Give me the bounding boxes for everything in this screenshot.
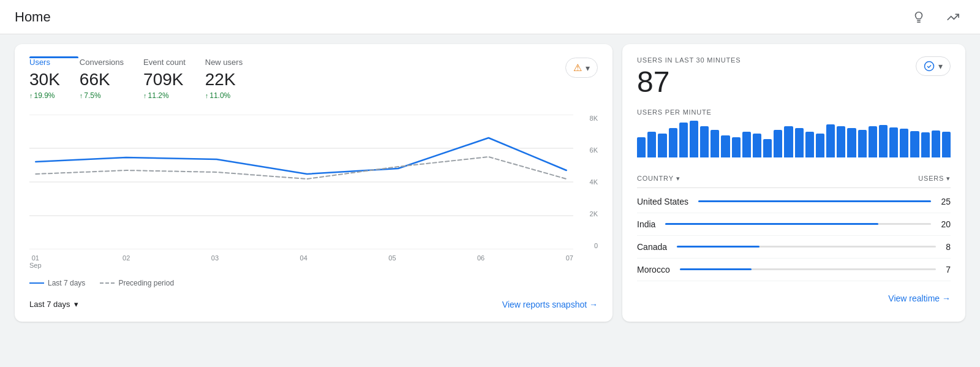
bar-8 xyxy=(721,135,729,157)
metric-new-users-label: New users xyxy=(205,58,243,67)
metric-users[interactable]: Users 30K 19.9% xyxy=(29,58,60,100)
y-label-6k: 6K xyxy=(576,146,598,154)
x-label-05: 05 xyxy=(388,254,396,269)
main-content: Users 30K 19.9% Conversions 66K 7.5% Eve… xyxy=(0,34,980,331)
chart-x-axis: 01 Sep 02 03 04 05 06 07 xyxy=(29,254,598,269)
x-label-03: 03 xyxy=(211,254,219,269)
country-bar-wrap-1 xyxy=(665,223,931,225)
bar-22 xyxy=(869,126,877,157)
bar-12 xyxy=(763,139,772,157)
trending-button[interactable] xyxy=(941,5,965,29)
view-reports-link[interactable]: View reports snapshot → xyxy=(502,300,598,309)
table-row: India 20 xyxy=(637,213,951,236)
lightbulb-icon xyxy=(912,10,925,24)
period-label: Last 7 days xyxy=(29,300,70,309)
checkmark-icon xyxy=(924,61,935,72)
bar-25 xyxy=(900,129,908,157)
users-column-header[interactable]: USERS ▾ xyxy=(918,175,951,183)
metric-event-label: Event count xyxy=(143,58,186,67)
x-label-02: 02 xyxy=(123,254,130,269)
y-label-8k: 8K xyxy=(576,115,598,122)
country-users-val-1: 20 xyxy=(941,219,951,229)
metric-event-change: 11.2% xyxy=(143,91,186,100)
lightbulb-button[interactable] xyxy=(907,5,931,29)
metric-event-value: 709K xyxy=(143,69,186,90)
country-name-0: United States xyxy=(637,197,688,206)
bar-13 xyxy=(774,130,782,157)
bar-15 xyxy=(795,128,804,157)
country-name-2: Canada xyxy=(637,242,667,252)
check-button[interactable]: ▾ xyxy=(916,56,951,76)
legend-dashed: Preceding period xyxy=(100,279,174,287)
users-30-count: 87 xyxy=(637,66,741,99)
metrics-row: Users 30K 19.9% Conversions 66K 7.5% Eve… xyxy=(29,58,598,100)
metric-new-users[interactable]: New users 22K 11.0% xyxy=(205,58,243,100)
x-label-07: 07 xyxy=(566,254,573,269)
chart-svg xyxy=(29,115,573,249)
bar-1 xyxy=(647,132,656,157)
metric-new-users-change: 11.0% xyxy=(205,91,243,100)
table-header: COUNTRY ▾ USERS ▾ xyxy=(637,170,951,188)
country-bar-0 xyxy=(698,200,931,202)
x-label-06: 06 xyxy=(477,254,484,269)
metric-conversions-label: Conversions xyxy=(80,58,124,67)
bar-11 xyxy=(753,134,761,157)
metric-users-label: Users xyxy=(29,58,60,67)
app-header: Home xyxy=(0,0,980,34)
metric-users-value: 30K xyxy=(29,69,60,90)
table-row: Canada 8 xyxy=(637,236,951,259)
legend-dashed-label: Preceding period xyxy=(118,279,174,287)
country-users-val-0: 25 xyxy=(941,197,951,206)
metric-users-change: 19.9% xyxy=(29,91,60,100)
metric-conversions[interactable]: Conversions 66K 7.5% xyxy=(80,58,124,100)
bar-18 xyxy=(826,124,835,157)
country-column-header[interactable]: COUNTRY ▾ xyxy=(637,175,680,183)
country-filter-icon: ▾ xyxy=(676,175,680,183)
realtime-header: USERS IN LAST 30 MINUTES 87 ▾ xyxy=(637,56,951,108)
realtime-footer: View realtime → xyxy=(637,293,951,303)
x-label-04: 04 xyxy=(300,254,307,269)
country-table: COUNTRY ▾ USERS ▾ United States 25 India… xyxy=(637,170,951,281)
y-label-2k: 2K xyxy=(576,210,598,218)
bar-16 xyxy=(805,132,814,157)
bar-2 xyxy=(658,134,666,157)
bar-chart-section: USERS PER MINUTE xyxy=(637,108,951,157)
bar-27 xyxy=(921,132,930,157)
legend-solid-line xyxy=(29,282,44,284)
check-chevron: ▾ xyxy=(938,61,943,71)
metric-event-count[interactable]: Event count 709K 11.2% xyxy=(143,58,186,100)
dashed-line xyxy=(36,157,566,179)
bar-6 xyxy=(700,126,709,157)
bar-20 xyxy=(847,128,856,157)
bar-26 xyxy=(910,131,919,157)
solid-line xyxy=(36,138,566,174)
country-bar-wrap-3 xyxy=(680,268,937,270)
bar-5 xyxy=(690,121,698,157)
page-title: Home xyxy=(15,9,51,25)
period-selector[interactable]: Last 7 days ▾ xyxy=(29,300,78,309)
alert-icon: ⚠ xyxy=(573,62,582,74)
alert-button[interactable]: ⚠ ▾ xyxy=(565,58,598,78)
users-in-30-label: USERS IN LAST 30 MINUTES xyxy=(637,56,741,64)
metric-new-users-value: 22K xyxy=(205,69,243,90)
view-realtime-link[interactable]: View realtime → xyxy=(888,293,951,303)
users-label-section: USERS IN LAST 30 MINUTES 87 xyxy=(637,56,741,108)
country-bar-2 xyxy=(677,246,760,248)
bar-19 xyxy=(837,126,845,157)
metric-conversions-value: 66K xyxy=(80,69,124,90)
legend-dashed-line xyxy=(100,282,115,284)
svg-point-5 xyxy=(925,62,934,71)
country-bar-3 xyxy=(680,268,752,270)
y-label-4k: 4K xyxy=(576,178,598,186)
table-row: United States 25 xyxy=(637,191,951,213)
realtime-card: USERS IN LAST 30 MINUTES 87 ▾ USERS PER … xyxy=(622,44,965,322)
country-name-1: India xyxy=(637,219,655,229)
table-row: Morocco 7 xyxy=(637,259,951,281)
chart-legend: Last 7 days Preceding period xyxy=(29,279,598,287)
trending-icon xyxy=(946,10,960,24)
legend-solid-label: Last 7 days xyxy=(48,279,85,287)
metric-conversions-change: 7.5% xyxy=(80,91,124,100)
bar-29 xyxy=(942,132,951,157)
bar-3 xyxy=(669,128,677,157)
chart-y-axis: 8K 6K 4K 2K 0 xyxy=(576,115,598,249)
